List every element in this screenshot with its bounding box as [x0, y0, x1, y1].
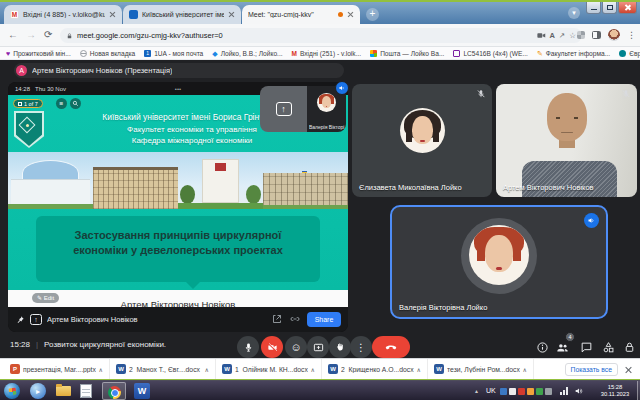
- download-item[interactable]: W тези, Лубнін Ром...docx ∧: [428, 359, 534, 379]
- people-icon[interactable]: [556, 341, 569, 354]
- bookmark-item[interactable]: Пошта — Лойко Ва...: [370, 50, 444, 57]
- bookmark-star-icon[interactable]: ☆: [569, 32, 576, 40]
- screen-share-icon: ↑: [30, 314, 42, 325]
- download-item[interactable]: P презентація, Маг....pptx ∧: [4, 359, 110, 379]
- tab-university[interactable]: Київський університет імені Бо: [123, 5, 241, 24]
- mic-off-icon: [476, 89, 486, 99]
- tab-search-icon[interactable]: ▼: [568, 7, 580, 19]
- media-player-icon[interactable]: ▸: [30, 383, 46, 399]
- bookmark-label: Новая вкладка: [90, 50, 135, 57]
- gmail-icon: M: [10, 10, 19, 19]
- minimize-button[interactable]: [586, 2, 601, 14]
- bookmark-item[interactable]: ✎Факультет інформа...: [537, 50, 610, 57]
- tab-gmail[interactable]: M Вхідні (4 885) - v.loiko@kubg.ed: [4, 5, 122, 24]
- tab-media-indicator-icon: [338, 12, 343, 17]
- tray-icon-green[interactable]: [536, 388, 543, 395]
- present-button[interactable]: [307, 336, 329, 358]
- close-downloads-icon[interactable]: [624, 366, 632, 374]
- activities-icon[interactable]: [602, 341, 615, 354]
- active-speaker-tile[interactable]: Валерія Вікторівна Лойко: [390, 205, 608, 319]
- slide-menu-icon[interactable]: ≡: [56, 98, 67, 109]
- extensions-icon[interactable]: [577, 31, 585, 39]
- gmail-icon: M: [292, 50, 297, 57]
- reload-icon[interactable]: ⟳: [44, 29, 52, 41]
- bookmark-label: Прожитковий мін...: [13, 50, 71, 57]
- tab-meet-active[interactable]: Meet: "gzu-cmjg-kkv": [242, 5, 360, 24]
- tab-strip: M Вхідні (4 885) - v.loiko@kubg.ed Київс…: [0, 2, 640, 24]
- show-all-downloads-button[interactable]: Показать все: [565, 363, 619, 376]
- tray-time: 15:28: [608, 384, 623, 390]
- chevron-up-icon[interactable]: ∧: [99, 366, 103, 373]
- tray-expand-icon[interactable]: ▲: [474, 388, 479, 394]
- language-indicator[interactable]: UK: [486, 387, 496, 394]
- start-button[interactable]: [4, 383, 20, 399]
- buildings-photo-collage: [8, 152, 348, 209]
- address-bar[interactable]: meet.google.com/gzu-cmjg-kkv?authuser=0 …: [60, 28, 582, 43]
- tray-icon-white[interactable]: [509, 388, 516, 395]
- presenting-banner[interactable]: А Артем Вікторович Новіков (Презентація): [14, 63, 344, 78]
- profile-avatar[interactable]: [608, 29, 620, 41]
- host-controls-lock-icon[interactable]: [623, 341, 636, 354]
- speaker-indicator-icon: [584, 213, 599, 228]
- link-icon[interactable]: [289, 313, 302, 326]
- close-button[interactable]: [618, 2, 637, 14]
- magnifier-icon[interactable]: [70, 98, 81, 109]
- tray-icon-gray[interactable]: [545, 388, 552, 395]
- raise-hand-button[interactable]: [329, 336, 351, 358]
- chat-icon[interactable]: [580, 341, 593, 354]
- side-panel-icon[interactable]: [592, 31, 601, 39]
- download-item[interactable]: W 2_Манох Т., Євг....docx ∧: [110, 359, 216, 379]
- bookmarks-bar: ♥Прожитковий мін... Новая вкладка 11UA -…: [0, 47, 640, 60]
- more-options-button[interactable]: ⋮: [350, 336, 372, 358]
- info-icon[interactable]: [536, 341, 549, 354]
- bookmark-item[interactable]: Європейський нау...: [619, 50, 640, 57]
- network-icon[interactable]: [560, 387, 569, 395]
- camera-off-button[interactable]: [261, 336, 283, 358]
- download-item[interactable]: W 1_Олійник М. КН...docx ∧: [216, 359, 322, 379]
- chrome-taskbar-active[interactable]: [102, 382, 126, 400]
- participant-tile-2[interactable]: Артем Вікторович Новіков: [496, 84, 637, 197]
- tray-clock[interactable]: 15:28 30.11.2023: [594, 384, 636, 398]
- bookmark-item[interactable]: LC5416B (4x4) (WE...: [453, 50, 528, 57]
- bookmark-item[interactable]: Новая вкладка: [80, 50, 135, 57]
- document-app-icon[interactable]: [80, 384, 92, 398]
- participant-tile-1[interactable]: Єлизавета Миколаївна Лойко: [352, 84, 492, 197]
- chevron-up-icon[interactable]: ∧: [417, 366, 421, 373]
- bookmark-label: 1UA - моя почта: [154, 50, 203, 57]
- maximize-button[interactable]: [602, 2, 617, 14]
- reactions-button[interactable]: ☺: [285, 336, 307, 358]
- bookmark-item[interactable]: ♥Прожитковий мін...: [6, 50, 71, 57]
- new-tab-button[interactable]: +: [366, 8, 379, 21]
- tray-icon-orange[interactable]: [527, 388, 534, 395]
- bookmark-item[interactable]: 11UA - моя почта: [144, 50, 203, 57]
- chevron-up-icon[interactable]: ∧: [311, 366, 315, 373]
- download-item[interactable]: W 2_Крищенко А.О...docx ∧: [322, 359, 428, 379]
- tab-close-icon[interactable]: [347, 11, 354, 18]
- back-icon[interactable]: ←: [8, 29, 18, 41]
- mic-button[interactable]: [237, 336, 259, 358]
- chevron-up-icon[interactable]: ∧: [523, 366, 527, 373]
- tray-icon-blue[interactable]: [500, 388, 507, 395]
- avatar: [317, 93, 336, 112]
- page-indicator[interactable]: 1 of 7: [13, 99, 43, 108]
- file-explorer-icon[interactable]: [56, 386, 71, 396]
- share-page-icon[interactable]: ↗: [559, 32, 565, 40]
- end-call-button[interactable]: [372, 336, 410, 358]
- tray-icon-red[interactable]: [518, 388, 525, 395]
- bookmark-item[interactable]: MВхідні (251) - v.loik...: [292, 50, 362, 57]
- bookmark-item[interactable]: ◆Лойко, В.В.; Лойко...: [212, 50, 282, 57]
- forward-icon[interactable]: →: [26, 29, 36, 41]
- pin-icon[interactable]: [15, 315, 25, 325]
- shared-screen-self-tile[interactable]: ↑: [260, 86, 307, 132]
- open-in-new-icon[interactable]: [271, 313, 284, 326]
- share-button[interactable]: Share: [307, 312, 341, 327]
- volume-icon[interactable]: [574, 386, 584, 396]
- tab-close-icon[interactable]: [228, 11, 235, 18]
- page-indicator-label: 1 of 7: [24, 101, 38, 107]
- translate-icon[interactable]: A: [550, 32, 555, 40]
- tab-close-icon[interactable]: [109, 11, 116, 18]
- camera-indicator-icon[interactable]: [537, 32, 546, 39]
- chevron-up-icon[interactable]: ∧: [205, 366, 209, 373]
- word-icon[interactable]: W: [134, 383, 150, 399]
- browser-menu-icon[interactable]: ⋮: [627, 30, 636, 40]
